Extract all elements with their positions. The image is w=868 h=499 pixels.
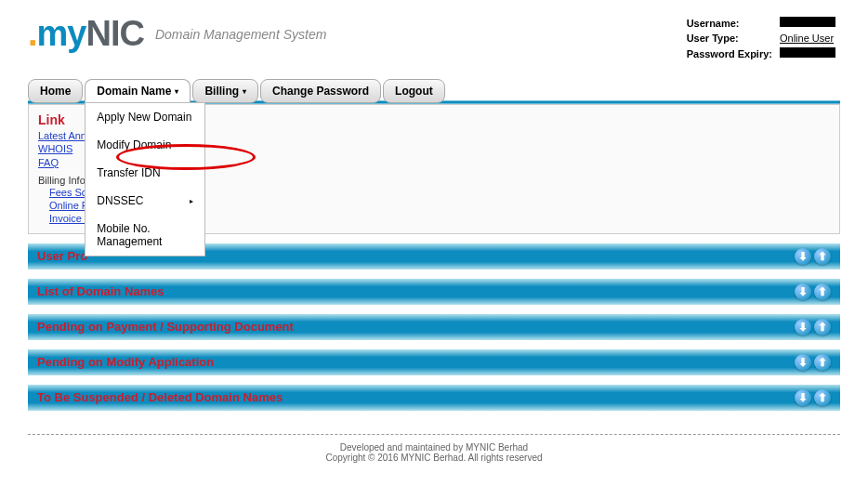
expand-down-icon[interactable]: ⬇	[795, 354, 811, 371]
logo-tagline: Domain Management System	[155, 27, 326, 42]
collapse-up-icon[interactable]: ⬆	[814, 248, 831, 265]
expand-down-icon[interactable]: ⬇	[795, 248, 811, 265]
collapse-up-icon[interactable]: ⬆	[814, 354, 831, 371]
usertype-label: User Type:	[684, 32, 775, 45]
section-pending-payment: Pending on Payment / Supporting Document…	[28, 314, 840, 340]
footer-line1: Developed and maintained by MYNIC Berhad	[28, 442, 840, 453]
dropdown-dnssec-label: DNSSEC	[97, 194, 143, 207]
section-icons: ⬇ ⬆	[795, 319, 831, 335]
section-icons: ⬇ ⬆	[795, 354, 831, 371]
header: .myNIC Domain Management System Username…	[28, 9, 840, 72]
page-wrapper: .myNIC Domain Management System Username…	[0, 0, 868, 499]
dropdown-mobile-management[interactable]: Mobile No. Management	[85, 215, 204, 256]
section-title-user-profile: User Pro	[37, 249, 87, 263]
menu-change-password[interactable]: Change Password	[260, 79, 381, 103]
collapse-up-icon[interactable]: ⬆	[814, 389, 831, 406]
footer-line2: Copyright © 2016 MYNIC Berhad. All right…	[28, 453, 840, 463]
section-icons: ⬇ ⬆	[795, 248, 831, 265]
menu-billing-label: Billing	[204, 85, 239, 98]
footer: Developed and maintained by MYNIC Berhad…	[28, 434, 840, 463]
section-suspended: To Be Suspended / Deleted Domain Names ⬇…	[28, 385, 840, 411]
section-title-pending-payment: Pending on Payment / Supporting Document	[37, 320, 294, 334]
user-info-table: Username: User Type:Online User Password…	[682, 14, 840, 62]
collapse-up-icon[interactable]: ⬆	[814, 283, 831, 300]
section-title-list-domain: List of Domain Names	[37, 284, 164, 298]
chevron-down-icon: ▾	[175, 87, 178, 96]
username-value	[777, 16, 838, 30]
menubar: Home Domain Name ▾ Apply New Domain Modi…	[28, 79, 840, 103]
usertype-value: Online User	[777, 32, 838, 45]
menu-domain-name[interactable]: Domain Name ▾	[85, 79, 191, 103]
section-header-list-domain: List of Domain Names ⬇ ⬆	[28, 279, 840, 305]
menu-domain-wrap: Domain Name ▾ Apply New Domain Modify Do…	[85, 79, 192, 103]
section-list-domain: List of Domain Names ⬇ ⬆	[28, 279, 840, 305]
expand-down-icon[interactable]: ⬇	[795, 389, 811, 406]
username-label: Username:	[684, 16, 775, 30]
section-pending-modify: Pending on Modify Application ⬇ ⬆	[28, 349, 840, 375]
expiry-label: Password Expiry:	[684, 46, 775, 60]
dropdown-dnssec[interactable]: DNSSEC▸	[85, 187, 204, 215]
collapse-up-icon[interactable]: ⬆	[814, 319, 831, 335]
section-title-pending-modify: Pending on Modify Application	[37, 355, 214, 369]
section-icons: ⬇ ⬆	[795, 283, 831, 300]
section-header-pending-modify: Pending on Modify Application ⬇ ⬆	[28, 349, 840, 375]
menu-logout[interactable]: Logout	[383, 79, 445, 103]
menu-billing[interactable]: Billing ▾	[192, 79, 258, 103]
logo-text: .myNIC	[28, 14, 144, 54]
chevron-right-icon: ▸	[190, 197, 193, 205]
chevron-down-icon: ▾	[243, 87, 246, 96]
section-header-pending-payment: Pending on Payment / Supporting Document…	[28, 314, 840, 340]
dropdown-modify-domain[interactable]: Modify Domain	[85, 131, 204, 159]
logo-area: .myNIC Domain Management System	[28, 14, 326, 54]
expiry-value	[777, 46, 838, 60]
dropdown-apply-new-domain[interactable]: Apply New Domain	[85, 103, 204, 131]
dropdown-transfer-idn[interactable]: Transfer IDN	[85, 159, 204, 187]
expand-down-icon[interactable]: ⬇	[795, 319, 811, 335]
section-icons: ⬇ ⬆	[795, 389, 831, 406]
section-header-suspended: To Be Suspended / Deleted Domain Names ⬇…	[28, 385, 840, 411]
menu-home[interactable]: Home	[28, 79, 83, 103]
menu-domain-label: Domain Name	[97, 85, 171, 98]
expand-down-icon[interactable]: ⬇	[795, 283, 811, 300]
dropdown-domain: Apply New Domain Modify Domain Transfer …	[85, 102, 205, 256]
section-title-suspended: To Be Suspended / Deleted Domain Names	[37, 390, 283, 404]
